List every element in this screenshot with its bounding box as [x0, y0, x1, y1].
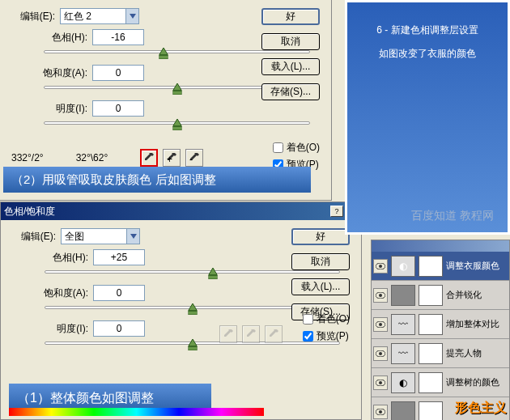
sat-input[interactable] — [93, 285, 145, 301]
colorize-label: 着色(O) — [317, 312, 350, 326]
light-slider[interactable] — [45, 342, 340, 345]
hue-label: 色相(H): — [11, 31, 92, 45]
load-button[interactable]: 载入(L)... — [291, 278, 350, 295]
layer-thumbnail[interactable]: 〰 — [391, 343, 415, 364]
hue-sat-dialog-red: 编辑(E): 色相(H): 饱和度(A): 明度(I): — [0, 0, 332, 201]
preview-label: 预览(P) — [317, 329, 349, 343]
slider-thumb-icon[interactable] — [188, 339, 197, 350]
banner-line1: 6 - 新建色相调整层设置 — [355, 19, 499, 42]
dialog-content: 编辑(E): 色相(H): 饱和度(A): 明度(I): — [0, 0, 331, 141]
layer-mask-thumbnail[interactable] — [419, 401, 443, 421]
slider-thumb-icon[interactable] — [172, 119, 181, 130]
colorize-checkbox[interactable] — [303, 314, 313, 325]
cancel-button[interactable]: 取消 — [291, 253, 350, 270]
hue-sat-dialog-master: 色相/饱和度 ? ✕ 编辑(E): 色相(H): 饱和度(A): — [0, 202, 362, 420]
chevron-down-icon[interactable] — [126, 229, 139, 244]
dialog-title: 色相/饱和度 — [4, 205, 55, 218]
layer-mask-thumbnail[interactable] — [419, 343, 443, 364]
visibility-icon[interactable] — [373, 259, 388, 274]
degree-right: 32°\62° — [76, 152, 108, 163]
save-button[interactable]: 存储(S)... — [261, 83, 320, 100]
layer-thumbnail[interactable]: ◐ — [391, 372, 415, 393]
eyedropper-minus-icon[interactable]: - — [185, 149, 203, 167]
light-input[interactable] — [93, 320, 145, 337]
eyedropper-group: + - — [140, 149, 203, 167]
sat-label: 饱和度(A): — [11, 66, 92, 80]
layer-thumbnail[interactable] — [391, 401, 415, 421]
instruction-banner: 6 - 新建色相调整层设置 如图改变了衣服的颜色 — [345, 0, 510, 235]
colorize-label: 着色(O) — [287, 141, 320, 155]
eyedropper-minus-icon — [265, 325, 283, 343]
slider-thumb-icon[interactable] — [188, 303, 197, 315]
light-label: 明度(I): — [11, 102, 92, 116]
button-column: 好 取消 载入(L)... 存储(S)... — [291, 228, 350, 325]
visibility-icon[interactable] — [373, 405, 388, 419]
layer-name: 提亮人物 — [446, 347, 508, 359]
layers-panel: ◐调整衣服颜色合并锐化〰增加整体对比〰提亮人物◐调整树的颜色 — [371, 240, 510, 420]
edit-combo-input[interactable] — [61, 9, 125, 23]
edit-combo-input[interactable] — [62, 229, 126, 244]
ok-button[interactable]: 好 — [291, 228, 350, 245]
hue-spectrum-bar — [9, 408, 264, 416]
light-slider[interactable] — [44, 121, 310, 125]
layer-item[interactable]: 合并锐化 — [372, 281, 509, 310]
layer-item[interactable]: 〰提亮人物 — [372, 339, 509, 368]
layer-mask-thumbnail[interactable] — [419, 256, 443, 277]
layers-list: ◐调整衣服颜色合并锐化〰增加整体对比〰提亮人物◐调整树的颜色 — [372, 252, 509, 420]
edit-label: 编辑(E): — [12, 230, 61, 244]
colorize-check[interactable]: 着色(O) — [303, 312, 350, 326]
edit-label: 编辑(E): — [11, 10, 60, 23]
hue-input[interactable] — [92, 29, 144, 45]
eyedropper-icon — [219, 325, 237, 343]
eyedropper-icon[interactable] — [140, 149, 158, 167]
light-input[interactable] — [92, 100, 144, 117]
chevron-down-icon[interactable] — [125, 9, 138, 23]
dialog-content: 编辑(E): 色相(H): 饱和度(A): 明度(I): — [1, 220, 361, 361]
svg-point-5 — [379, 294, 382, 297]
cancel-button[interactable]: 取消 — [261, 33, 320, 50]
sat-input[interactable] — [92, 65, 144, 81]
layer-mask-thumbnail[interactable] — [419, 285, 443, 306]
logo: 形色主义 — [455, 400, 507, 417]
edit-combo[interactable] — [60, 8, 139, 24]
slider-thumb-icon[interactable] — [172, 83, 181, 95]
eyedropper-plus-icon — [242, 325, 260, 343]
slider-thumb-icon[interactable] — [159, 48, 168, 59]
layer-mask-thumbnail[interactable] — [419, 314, 443, 335]
caption-step2: （2）用吸管吸取皮肤颜色 后如图调整 — [3, 167, 311, 193]
slider-thumb-icon[interactable] — [208, 268, 217, 279]
layer-name: 增加整体对比 — [446, 318, 508, 330]
layer-item[interactable]: ◐调整衣服颜色 — [372, 252, 509, 281]
layer-thumbnail[interactable]: 〰 — [391, 314, 415, 335]
layer-thumbnail[interactable]: ◐ — [391, 256, 415, 277]
help-icon[interactable]: ? — [330, 206, 343, 217]
visibility-icon[interactable] — [373, 346, 388, 361]
hue-input[interactable] — [93, 249, 145, 265]
svg-point-3 — [379, 265, 382, 268]
edit-combo[interactable] — [61, 228, 140, 244]
layer-thumbnail[interactable] — [391, 285, 415, 306]
banner-line2: 如图改变了衣服的颜色 — [355, 42, 499, 66]
colorize-checkbox[interactable] — [273, 142, 283, 153]
eyedropper-group — [219, 325, 283, 343]
preview-check[interactable]: 预览(P) — [303, 329, 350, 343]
load-button[interactable]: 载入(L)... — [261, 58, 320, 75]
visibility-icon[interactable] — [373, 288, 388, 303]
svg-point-11 — [379, 381, 382, 384]
svg-point-13 — [379, 410, 382, 414]
layers-header[interactable] — [372, 240, 509, 252]
titlebar[interactable]: 色相/饱和度 ? ✕ — [1, 202, 361, 220]
layer-item[interactable]: 〰增加整体对比 — [372, 310, 509, 339]
watermark: 百度知道 教程网 — [411, 209, 494, 223]
degree-left: 332°/2° — [11, 152, 44, 163]
checkbox-group: 着色(O) 预览(P) — [303, 312, 350, 346]
colorize-check[interactable]: 着色(O) — [273, 141, 320, 155]
layer-name: 调整衣服颜色 — [446, 260, 508, 272]
layer-mask-thumbnail[interactable] — [419, 372, 443, 393]
visibility-icon[interactable] — [373, 317, 388, 332]
eyedropper-plus-icon[interactable]: + — [163, 149, 181, 167]
layer-item[interactable]: ◐调整树的颜色 — [372, 368, 509, 397]
visibility-icon[interactable] — [373, 375, 388, 390]
ok-button[interactable]: 好 — [261, 8, 320, 25]
preview-checkbox[interactable] — [303, 331, 313, 342]
